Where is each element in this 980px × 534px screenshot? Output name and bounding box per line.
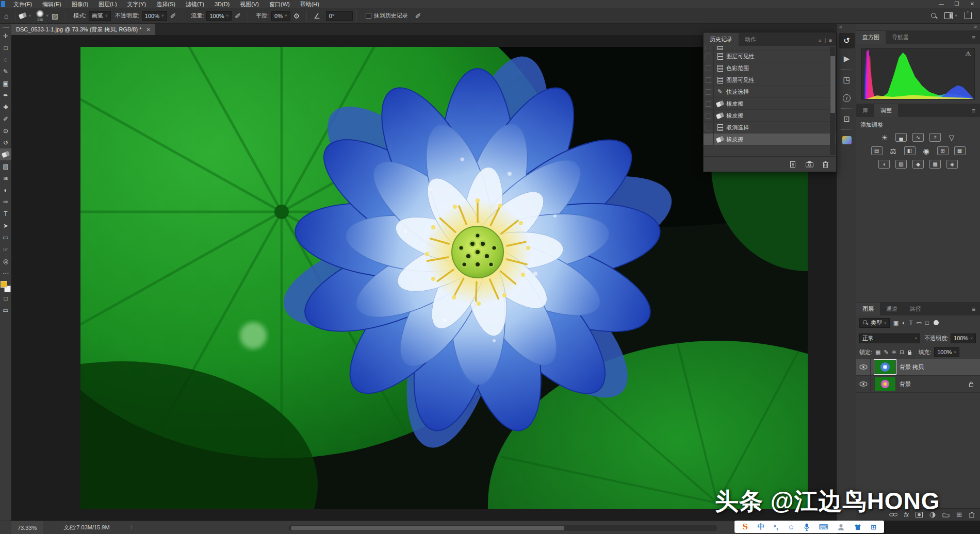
history-item[interactable]: 图层可见性 bbox=[704, 51, 836, 62]
opacity-pressure-icon[interactable]: ✐ bbox=[170, 12, 176, 20]
hue-saturation-icon[interactable]: ▤ bbox=[871, 146, 883, 155]
filter-pixel-layers-icon[interactable]: ▣ bbox=[893, 320, 899, 326]
tool-shape[interactable]: ▭ bbox=[0, 231, 11, 243]
tool-type[interactable]: T bbox=[0, 208, 11, 220]
share-icon[interactable] bbox=[965, 12, 972, 19]
tool-brush[interactable]: ✐ bbox=[0, 113, 11, 125]
close-button[interactable]: ✕ bbox=[965, 0, 980, 8]
panel-menu-icon[interactable]: ≡ bbox=[967, 306, 980, 315]
dock-history-icon[interactable]: ↺ bbox=[839, 33, 855, 48]
toolbar-more[interactable]: ⋯ bbox=[0, 267, 11, 279]
layer-name[interactable]: 背景 bbox=[900, 380, 911, 388]
fill-select[interactable]: 100% ˅ bbox=[934, 347, 959, 357]
tool-eyedropper[interactable]: ✒ bbox=[0, 89, 11, 101]
dock-plugin-icon[interactable] bbox=[839, 132, 855, 148]
skin-shirt-icon[interactable] bbox=[854, 524, 861, 530]
levels-icon[interactable]: ▄ bbox=[895, 133, 907, 142]
brush-panel-toggle-icon[interactable]: ▨ bbox=[52, 12, 58, 20]
lock-all-icon[interactable] bbox=[907, 349, 912, 355]
layer-row-background-copy[interactable]: 背景 拷贝 bbox=[856, 359, 980, 376]
tool-lasso[interactable]: ◌ bbox=[0, 54, 11, 65]
emoji-icon[interactable]: ☺ bbox=[788, 523, 794, 531]
document-tab[interactable]: DSC_0533-1-1.jpg @ 73.3% (背景 拷贝, RGB/8) … bbox=[11, 24, 155, 35]
history-source-well[interactable] bbox=[704, 51, 714, 62]
panel-menu-icon[interactable]: ≡ bbox=[829, 38, 832, 43]
mode-select[interactable]: 画笔 ˅ bbox=[89, 11, 111, 21]
menu-image[interactable]: 图像(I) bbox=[67, 0, 93, 8]
menu-layer[interactable]: 图层(L) bbox=[93, 0, 122, 8]
gradient-map-icon[interactable]: ▩ bbox=[929, 160, 941, 169]
tab-channels[interactable]: 通道 bbox=[880, 303, 904, 315]
sogou-logo-icon[interactable]: S bbox=[742, 522, 748, 531]
layer-opacity-select[interactable]: 100% ˅ bbox=[951, 333, 976, 343]
layer-visibility-toggle[interactable] bbox=[856, 376, 871, 392]
smoothing-gear-icon[interactable]: ⚙ bbox=[293, 12, 300, 20]
smoothing-select[interactable]: 0% ˅ bbox=[271, 11, 290, 21]
expand-panels-icon[interactable]: » bbox=[974, 24, 977, 30]
brush-preset-picker[interactable]: 338 bbox=[36, 10, 44, 22]
chevron-down-icon[interactable]: ˅ bbox=[28, 13, 31, 18]
history-source-well[interactable] bbox=[704, 98, 714, 109]
account-icon[interactable] bbox=[838, 524, 844, 530]
invert-icon[interactable]: ◖ bbox=[878, 160, 890, 169]
filter-shape-layers-icon[interactable]: ▭ bbox=[916, 320, 921, 326]
dock-clone-source-icon[interactable]: ⊡ bbox=[839, 111, 855, 127]
horizontal-scrollbar[interactable] bbox=[289, 525, 717, 531]
zoom-level-field[interactable]: 73.33% bbox=[11, 521, 43, 534]
tool-history-brush[interactable]: ↺ bbox=[0, 137, 11, 148]
punctuation-icon[interactable]: °, bbox=[774, 523, 778, 531]
delete-trash-icon[interactable] bbox=[822, 161, 829, 168]
curves-icon[interactable]: ∿ bbox=[912, 133, 924, 142]
brush-pressure-icon[interactable]: ✐ bbox=[415, 12, 421, 20]
panel-menu-icon[interactable]: ≡ bbox=[967, 34, 980, 44]
status-chevron-icon[interactable]: 〉 bbox=[130, 524, 136, 531]
tool-marquee[interactable]: □ bbox=[0, 42, 11, 54]
color-swatches[interactable] bbox=[1, 281, 11, 292]
photo-filter-icon[interactable]: ◉ bbox=[921, 146, 932, 155]
blend-mode-select[interactable]: 正常 ˅ bbox=[859, 333, 920, 343]
dock-actions-icon[interactable]: ▶ bbox=[839, 51, 855, 66]
brightness-contrast-icon[interactable]: ☀ bbox=[879, 133, 890, 142]
tool-path-selection[interactable]: ➤ bbox=[0, 220, 11, 231]
layer-visibility-toggle[interactable] bbox=[856, 359, 871, 375]
lock-image-pixels-icon[interactable]: ✎ bbox=[884, 349, 888, 356]
menu-3d[interactable]: 3D(D) bbox=[209, 0, 235, 8]
search-icon[interactable] bbox=[931, 13, 937, 19]
tool-blur[interactable]: ≋ bbox=[0, 172, 11, 184]
history-item[interactable]: 橡皮擦 bbox=[704, 110, 836, 122]
tool-zoom[interactable]: ◎ bbox=[0, 255, 11, 267]
tab-paths[interactable]: 路径 bbox=[904, 303, 927, 315]
layer-row-background[interactable]: 背景 bbox=[856, 376, 980, 393]
filter-smart-object-icon[interactable]: □ bbox=[925, 320, 929, 326]
history-source-well[interactable] bbox=[704, 122, 714, 133]
history-source-well[interactable] bbox=[704, 134, 714, 145]
exposure-icon[interactable]: ± bbox=[929, 133, 941, 142]
collapse-panels-icon[interactable]: « bbox=[837, 24, 856, 30]
lock-transparent-pixels-icon[interactable]: ▦ bbox=[875, 349, 880, 356]
tab-histogram[interactable]: 直方图 bbox=[856, 31, 886, 44]
tab-actions[interactable]: 动作 bbox=[739, 33, 762, 46]
keyboard-icon[interactable]: ⌨ bbox=[819, 523, 828, 531]
menu-view[interactable]: 视图(V) bbox=[235, 0, 264, 8]
photo-canvas[interactable] bbox=[80, 47, 808, 509]
black-white-icon[interactable]: ◧ bbox=[904, 146, 916, 155]
history-item[interactable]: 图层可见性 bbox=[704, 74, 836, 86]
tab-navigator[interactable]: 导航器 bbox=[886, 31, 915, 44]
panel-menu-icon[interactable]: ≡ bbox=[967, 107, 980, 117]
channel-mixer-icon[interactable]: ⊞ bbox=[937, 146, 949, 155]
lock-position-icon[interactable]: ✛ bbox=[892, 349, 896, 356]
tool-hand[interactable]: ☞ bbox=[0, 243, 11, 255]
layer-thumbnail[interactable] bbox=[875, 360, 895, 374]
foreground-color-swatch[interactable] bbox=[1, 281, 7, 288]
menu-edit[interactable]: 编辑(E) bbox=[37, 0, 67, 8]
input-language-icon[interactable]: 中 bbox=[757, 522, 764, 531]
tool-clone-stamp[interactable]: ⊙ bbox=[0, 125, 11, 137]
new-snapshot-camera-icon[interactable] bbox=[805, 161, 814, 168]
history-source-well[interactable] bbox=[704, 62, 714, 74]
history-source-well[interactable] bbox=[704, 46, 714, 50]
minimize-button[interactable]: — bbox=[934, 0, 949, 8]
tab-layers[interactable]: 图层 bbox=[856, 303, 880, 315]
threshold-icon[interactable]: ◆ bbox=[912, 160, 924, 169]
filter-type-layers-icon[interactable]: T bbox=[909, 320, 913, 326]
history-item[interactable]: 取消选择 bbox=[704, 122, 836, 134]
